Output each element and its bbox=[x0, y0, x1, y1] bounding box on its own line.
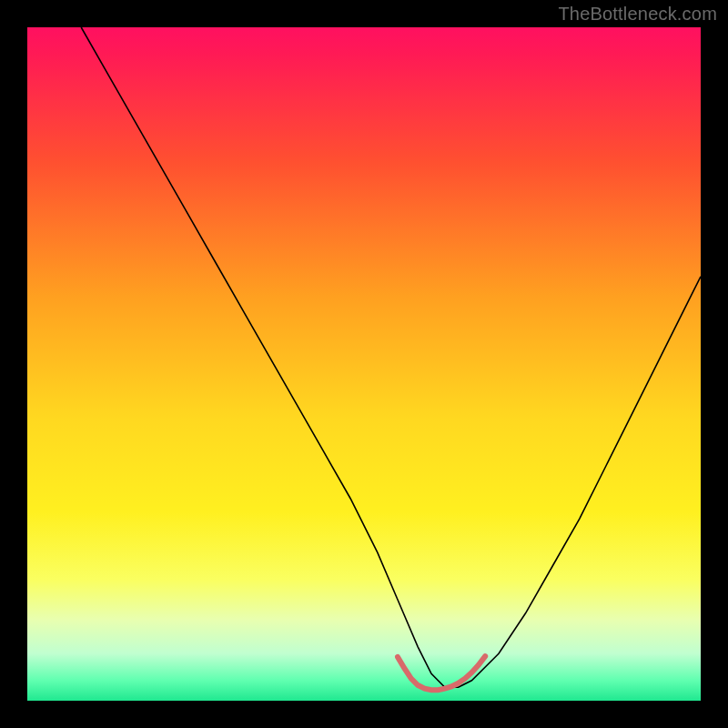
plot-background bbox=[27, 27, 701, 701]
watermark-text: TheBottleneck.com bbox=[558, 4, 717, 25]
chart-frame: TheBottleneck.com bbox=[0, 0, 728, 728]
bottleneck-chart bbox=[0, 0, 728, 728]
